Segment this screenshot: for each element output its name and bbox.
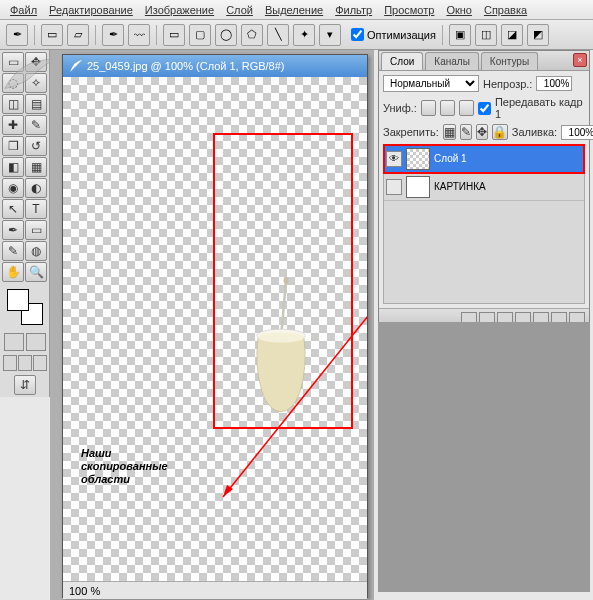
path-op-1-icon[interactable]: ▣ [449, 24, 471, 46]
quickmask-mode-icon[interactable] [26, 333, 46, 351]
tool-path-select[interactable]: ↖ [2, 199, 24, 219]
canvas[interactable]: Наши скопированные области [63, 77, 367, 581]
optimize-label: Оптимизация [367, 29, 436, 41]
options-bar: ✒ ▭ ▱ ✒ 〰 ▭ ▢ ◯ ⬠ ╲ ✦ ▾ Оптимизация ▣ ◫ … [0, 20, 593, 50]
annotation-text: Наши скопированные области [81, 447, 168, 487]
opacity-label: Непрозр.: [483, 78, 532, 90]
lock-paint-icon[interactable]: ✎ [460, 124, 472, 140]
tab-layers[interactable]: Слои [381, 52, 423, 70]
tab-paths[interactable]: Контуры [481, 52, 538, 70]
fill-label: Заливка: [512, 126, 557, 138]
options-dropdown-icon[interactable]: ▾ [319, 24, 341, 46]
screenmode-3-icon[interactable] [33, 355, 47, 371]
document-window: 25_0459.jpg @ 100% (Слой 1, RGB/8#) Наши… [62, 54, 368, 598]
tool-pen[interactable]: ✒ [2, 220, 24, 240]
tab-channels[interactable]: Каналы [425, 52, 479, 70]
zoom-level[interactable]: 100 % [69, 585, 100, 597]
unify-style-icon[interactable] [459, 100, 474, 116]
tool-dodge[interactable]: ◐ [25, 178, 47, 198]
menu-help[interactable]: Справка [478, 2, 533, 18]
tool-zoom[interactable]: 🔍 [25, 262, 47, 282]
tool-slice[interactable]: ▤ [25, 94, 47, 114]
shape-roundrect-icon[interactable]: ▢ [189, 24, 211, 46]
layer-visibility-icon[interactable]: 👁 [386, 151, 402, 167]
tool-notes[interactable]: ✎ [2, 241, 24, 261]
lock-pos-icon[interactable]: ✥ [476, 124, 488, 140]
tool-crop[interactable]: ◫ [2, 94, 24, 114]
tool-brush[interactable]: ✎ [25, 115, 47, 135]
layer-thumbnail[interactable] [406, 148, 430, 170]
lock-label: Закрепить: [383, 126, 439, 138]
tool-clone[interactable]: ❐ [2, 136, 24, 156]
toolbox: ▭✥ ◌✧ ◫▤ ✚✎ ❐↺ ◧▦ ◉◐ ↖T ✒▭ ✎◍ ✋🔍 ⇵ [0, 50, 50, 397]
tool-history[interactable]: ↺ [25, 136, 47, 156]
tool-type[interactable]: T [25, 199, 47, 219]
selection-highlight-box [213, 133, 353, 429]
standard-mode-icon[interactable] [4, 333, 24, 351]
document-statusbar: 100 % [63, 581, 367, 599]
opt-2-icon[interactable]: ▱ [67, 24, 89, 46]
tool-marquee[interactable]: ▭ [2, 52, 24, 72]
fg-color-swatch[interactable] [7, 289, 29, 311]
layer-row-1[interactable]: 👁 Слой 1 [384, 145, 584, 173]
jump-to-ir-icon[interactable]: ⇵ [14, 375, 36, 395]
doc-feather-icon [69, 59, 83, 73]
fill-input[interactable] [561, 125, 593, 140]
lock-trans-icon[interactable]: ▦ [443, 124, 456, 140]
propagate-frame-checkbox[interactable] [478, 102, 491, 115]
path-op-2-icon[interactable]: ◫ [475, 24, 497, 46]
tool-blur[interactable]: ◉ [2, 178, 24, 198]
tool-eraser[interactable]: ◧ [2, 157, 24, 177]
screenmode-1-icon[interactable] [3, 355, 17, 371]
path-op-3-icon[interactable]: ◪ [501, 24, 523, 46]
menu-edit[interactable]: Редактирование [43, 2, 139, 18]
tool-wand[interactable]: ✧ [25, 73, 47, 93]
shape-custom-icon[interactable]: ✦ [293, 24, 315, 46]
opacity-input[interactable] [536, 76, 572, 91]
layer-name[interactable]: Слой 1 [434, 153, 467, 164]
blend-mode-select[interactable]: Нормальный [383, 75, 479, 92]
layer-row-2[interactable]: КАРТИНКА [384, 173, 584, 201]
menu-image[interactable]: Изображение [139, 2, 220, 18]
shape-line-icon[interactable]: ╲ [267, 24, 289, 46]
tool-gradient[interactable]: ▦ [25, 157, 47, 177]
tool-move[interactable]: ✥ [25, 52, 47, 72]
active-tool-icon[interactable]: ✒ [6, 24, 28, 46]
menu-select[interactable]: Выделение [259, 2, 329, 18]
menu-window[interactable]: Окно [440, 2, 478, 18]
empty-workspace-area [378, 322, 590, 592]
tool-hand[interactable]: ✋ [2, 262, 24, 282]
layer-name[interactable]: КАРТИНКА [434, 181, 486, 192]
panel-close-icon[interactable]: × [573, 53, 587, 67]
unify-vis-icon[interactable] [440, 100, 455, 116]
pen-icon[interactable]: ✒ [102, 24, 124, 46]
screenmode-2-icon[interactable] [18, 355, 32, 371]
color-swatches[interactable] [7, 289, 43, 325]
menu-file[interactable]: Файл [4, 2, 43, 18]
opt-1-icon[interactable]: ▭ [41, 24, 63, 46]
layer-list: 👁 Слой 1 КАРТИНКА [383, 144, 585, 304]
tool-lasso[interactable]: ◌ [2, 73, 24, 93]
shape-ellipse-icon[interactable]: ◯ [215, 24, 237, 46]
tool-eyedrop[interactable]: ◍ [25, 241, 47, 261]
shape-polygon-icon[interactable]: ⬠ [241, 24, 263, 46]
document-titlebar[interactable]: 25_0459.jpg @ 100% (Слой 1, RGB/8#) [63, 55, 367, 77]
menu-bar: Файл Редактирование Изображение Слой Выд… [0, 0, 593, 20]
tool-heal[interactable]: ✚ [2, 115, 24, 135]
unify-label: Униф.: [383, 102, 417, 114]
optimize-checkbox[interactable] [351, 28, 364, 41]
tool-shape[interactable]: ▭ [25, 220, 47, 240]
menu-view[interactable]: Просмотр [378, 2, 440, 18]
freeform-pen-icon[interactable]: 〰 [128, 24, 150, 46]
menu-filter[interactable]: Фильтр [329, 2, 378, 18]
unify-pos-icon[interactable] [421, 100, 436, 116]
document-title: 25_0459.jpg @ 100% (Слой 1, RGB/8#) [87, 60, 285, 72]
shape-rect-icon[interactable]: ▭ [163, 24, 185, 46]
layer-visibility-icon[interactable] [386, 179, 402, 195]
lock-all-icon[interactable]: 🔒 [492, 124, 508, 140]
layers-panel: Слои Каналы Контуры × Нормальный Непрозр… [378, 50, 590, 329]
path-op-4-icon[interactable]: ◩ [527, 24, 549, 46]
menu-layer[interactable]: Слой [220, 2, 259, 18]
layer-thumbnail[interactable] [406, 176, 430, 198]
propagate-frame-label: Передавать кадр 1 [495, 96, 585, 120]
